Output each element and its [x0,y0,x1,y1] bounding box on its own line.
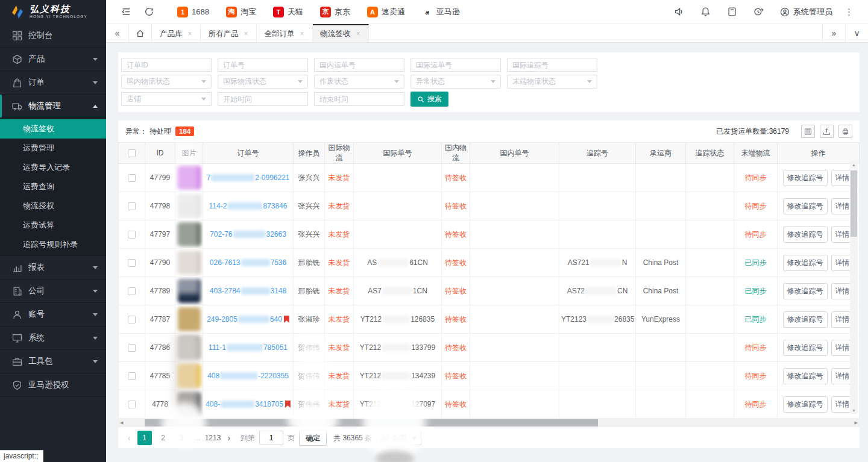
end-date-input[interactable] [314,92,404,106]
tab-all-orders[interactable]: 全部订单× [257,24,313,42]
sidebar-item-report[interactable]: 报表 [0,256,106,279]
product-image[interactable] [178,336,201,360]
notifications-button[interactable] [692,0,719,24]
horizontal-scrollbar[interactable]: ◀ ▶ [118,419,860,427]
edit-tracking-button[interactable]: 修改追踪号 [783,255,828,271]
sidebar-subitem-freight-query[interactable]: 运费查询 [0,177,106,196]
sidebar-item-logistics[interactable]: 物流管理 [0,95,106,118]
row-checkbox[interactable] [128,287,136,295]
marketplace-link-1688[interactable]: 11688 [177,7,209,17]
calculator-button[interactable] [719,0,745,24]
scroll-left-icon[interactable]: ◀ [120,419,123,427]
row-checkbox[interactable] [128,202,136,210]
order-link[interactable]: 408-2220355 [207,372,289,380]
announcement-button[interactable] [665,0,692,24]
row-checkbox[interactable] [128,174,136,182]
order-no-input[interactable] [218,58,308,72]
scroll-right-icon[interactable]: ▶ [855,419,858,427]
edit-tracking-button[interactable]: 修改追踪号 [783,198,828,214]
edit-tracking-button[interactable]: 修改追踪号 [783,170,828,186]
version-button[interactable] [745,0,772,24]
close-icon[interactable]: × [300,30,304,38]
sidebar-item-console[interactable]: 控制台 [0,24,106,48]
product-image[interactable] [178,392,201,416]
domestic-logistics-status-select[interactable]: 国内物流状态 [121,75,212,89]
tab-product-library[interactable]: 产品库× [152,24,201,42]
void-status-select[interactable]: 作废状态 [314,75,404,89]
sidebar-subitem-freight-trial[interactable]: 运费试算 [0,216,106,235]
sidebar-item-product[interactable]: 产品 [0,48,106,71]
product-image[interactable] [178,166,201,190]
sidebar-item-company[interactable]: 公司 [0,279,106,303]
sidebar-item-account[interactable]: 账号 [0,303,106,326]
next-page-button[interactable]: › [225,433,233,443]
edit-tracking-button[interactable]: 修改追踪号 [783,311,828,328]
row-checkbox[interactable] [128,259,136,267]
tab-logistics-sign-off[interactable]: 物流签收× [313,24,369,42]
order-link[interactable]: 249-2805640 [207,315,282,323]
marketplace-link-amazon[interactable]: a亚马逊 [422,7,460,17]
vertical-scrollbar[interactable]: ▲ ▼ [850,161,858,414]
per-page-select[interactable]: 30 条/页 [376,431,421,445]
column-settings-button[interactable] [801,125,815,138]
horizontal-scrollbar-thumb[interactable] [145,419,598,426]
start-date-input[interactable] [218,92,308,106]
page-button-1[interactable]: 1 [137,431,152,445]
sidebar-subitem-freight-mgmt[interactable]: 运费管理 [0,139,106,158]
goto-page-input[interactable] [259,431,283,445]
terminal-logistics-status-select[interactable]: 末端物流状态 [507,75,597,89]
sidebar-subitem-freight-import[interactable]: 运费导入记录 [0,158,106,177]
tab-all-products[interactable]: 所有产品× [201,24,257,42]
export-button[interactable] [820,125,834,138]
product-image[interactable] [178,279,201,303]
page-button-2[interactable]: 2 [156,431,171,445]
sidebar-subitem-tracking-rule[interactable]: 追踪号规则补录 [0,235,106,254]
edit-tracking-button[interactable]: 修改追踪号 [783,340,828,356]
order-link[interactable]: 408-3418705 [206,400,283,408]
col-id[interactable]: ID [145,143,175,164]
scroll-up-icon[interactable]: ▲ [850,161,858,168]
sidebar-item-order[interactable]: 订单 [0,71,106,95]
product-image[interactable] [178,251,201,275]
row-checkbox[interactable] [128,344,136,352]
product-image[interactable] [178,194,201,218]
close-icon[interactable]: × [244,30,248,38]
close-icon[interactable]: × [188,30,192,38]
refresh-button[interactable] [137,0,160,24]
edit-tracking-button[interactable]: 修改追踪号 [783,283,828,299]
exception-status-select[interactable]: 异常状态 [410,75,501,89]
marketplace-link-aliexpress[interactable]: A速卖通 [367,7,405,17]
pending-label[interactable]: 待处理 [149,126,171,137]
row-checkbox[interactable] [128,401,136,408]
intl-logistics-status-select[interactable]: 国际物流状态 [218,75,308,89]
product-image[interactable] [178,364,201,388]
edit-tracking-button[interactable]: 修改追踪号 [783,226,828,243]
search-button[interactable]: 搜索 [410,92,448,107]
order-link[interactable]: 026-76137536 [210,258,286,267]
order-id-input[interactable] [121,58,212,72]
order-link[interactable]: 72-0996221 [206,173,289,182]
row-checkbox[interactable] [128,231,136,239]
sidebar-subitem-sign-off[interactable]: 物流签收 [0,119,106,139]
page-button-3[interactable]: 3 [175,431,189,445]
print-button[interactable] [838,125,852,138]
product-image[interactable] [178,307,201,331]
user-menu[interactable]: 系统管理员 [780,7,832,17]
order-link[interactable]: 111-1785051 [209,343,288,352]
sidebar-collapse-button[interactable] [115,0,137,24]
row-checkbox[interactable] [128,316,136,323]
marketplace-link-jd[interactable]: 京京东 [320,7,350,17]
vertical-scrollbar-thumb[interactable] [851,170,857,237]
sidebar-item-amazon-auth[interactable]: 亚马逊授权 [0,373,106,397]
edit-tracking-button[interactable]: 修改追踪号 [783,368,828,384]
order-link[interactable]: 702-7632663 [210,230,286,239]
marketplace-link-tmall[interactable]: T天猫 [273,7,303,17]
domestic-waybill-input[interactable] [314,58,404,72]
sidebar-subitem-logistics-auth[interactable]: 物流授权 [0,196,106,216]
sidebar-item-system[interactable]: 系统 [0,326,106,350]
close-icon[interactable]: × [356,30,360,38]
order-link[interactable]: 114-2873846 [209,202,288,210]
home-tab-button[interactable] [129,24,152,42]
marketplace-link-taobao[interactable]: 淘淘宝 [226,7,256,17]
prev-page-button[interactable]: ‹ [125,433,133,443]
